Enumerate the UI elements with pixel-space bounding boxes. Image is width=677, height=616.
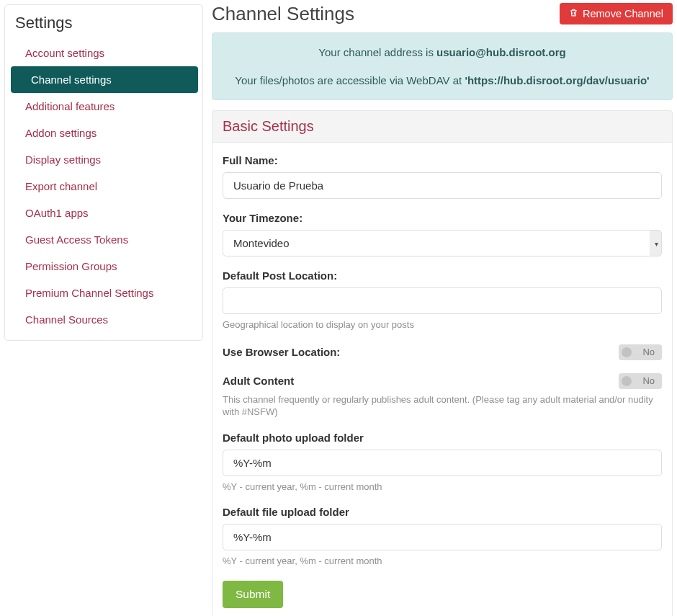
sidebar-title: Settings — [5, 5, 202, 40]
photo-folder-label: Default photo upload folder — [223, 432, 662, 444]
basic-settings-body: Full Name: Your Timezone: Montevideo ▾ D… — [212, 143, 673, 616]
adult-content-help: This channel frequently or regularly pub… — [223, 393, 662, 419]
sidebar-item-oauth1-apps[interactable]: OAuth1 apps — [5, 200, 202, 226]
sidebar-item-label[interactable]: OAuth1 apps — [5, 200, 202, 226]
sidebar-item-label[interactable]: Addon settings — [5, 120, 202, 146]
submit-button[interactable]: Submit — [223, 581, 283, 608]
sidebar-item-label[interactable]: Channel Sources — [5, 306, 202, 333]
timezone-label: Your Timezone: — [223, 212, 662, 224]
channel-info-box: Your channel address is usuario@hub.disr… — [212, 32, 673, 100]
browser-location-state: No — [642, 347, 655, 357]
settings-sidebar: Settings Account settingsChannel setting… — [4, 4, 203, 341]
sidebar-item-label[interactable]: Account settings — [5, 40, 202, 66]
sidebar-item-channel-sources[interactable]: Channel Sources — [5, 306, 202, 333]
post-location-help: Geographical location to display on your… — [223, 318, 662, 331]
file-folder-label: Default file upload folder — [223, 506, 662, 518]
toggle-knob — [622, 376, 632, 386]
sidebar-item-label[interactable]: Export channel — [5, 173, 202, 200]
remove-channel-label: Remove Channel — [583, 8, 663, 19]
adult-content-label: Adult Content — [223, 375, 294, 387]
webdav-url: 'https://hub.disroot.org/dav/usuario' — [465, 74, 649, 86]
file-folder-input[interactable] — [223, 524, 662, 550]
browser-location-toggle[interactable]: No — [619, 344, 662, 360]
sidebar-item-display-settings[interactable]: Display settings — [5, 146, 202, 173]
sidebar-item-export-channel[interactable]: Export channel — [5, 173, 202, 200]
sidebar-item-guest-access-tokens[interactable]: Guest Access Tokens — [5, 226, 202, 253]
sidebar-item-label[interactable]: Premium Channel Settings — [5, 280, 202, 306]
sidebar-item-premium-channel-settings[interactable]: Premium Channel Settings — [5, 280, 202, 306]
sidebar-item-label[interactable]: Guest Access Tokens — [5, 226, 202, 253]
photo-folder-help: %Y - current year, %m - current month — [223, 481, 662, 494]
post-location-label: Default Post Location: — [223, 269, 662, 282]
photo-folder-input[interactable] — [223, 450, 662, 476]
sidebar-item-account-settings[interactable]: Account settings — [5, 40, 202, 66]
sidebar-item-label[interactable]: Display settings — [5, 146, 202, 173]
trash-icon — [569, 8, 578, 19]
page-title: Channel Settings — [212, 3, 354, 25]
adult-content-state: No — [642, 375, 655, 386]
sidebar-item-label[interactable]: Permission Groups — [5, 253, 202, 280]
section-basic-settings: Basic Settings — [212, 110, 673, 143]
full-name-label: Full Name: — [223, 154, 662, 166]
toggle-knob — [622, 347, 632, 357]
sidebar-nav: Account settingsChannel settingsAddition… — [5, 40, 202, 340]
sidebar-item-channel-settings[interactable]: Channel settings — [5, 66, 202, 93]
sidebar-item-label[interactable]: Additional features — [5, 93, 202, 120]
timezone-select[interactable]: Montevideo — [223, 230, 662, 256]
sidebar-item-additional-features[interactable]: Additional features — [5, 93, 202, 120]
post-location-input[interactable] — [223, 287, 662, 314]
full-name-input[interactable] — [223, 172, 662, 199]
main-content: Channel Settings Remove Channel Your cha… — [207, 0, 677, 616]
remove-channel-button[interactable]: Remove Channel — [560, 3, 673, 24]
browser-location-label: Use Browser Location: — [223, 346, 340, 358]
sidebar-item-addon-settings[interactable]: Addon settings — [5, 120, 202, 146]
sidebar-item-label[interactable]: Channel settings — [11, 66, 198, 93]
channel-address: usuario@hub.disroot.org — [436, 46, 566, 58]
info-line1-text: Your channel address is — [318, 46, 436, 58]
adult-content-toggle[interactable]: No — [619, 373, 662, 389]
sidebar-item-permission-groups[interactable]: Permission Groups — [5, 253, 202, 280]
file-folder-help: %Y - current year, %m - current month — [223, 555, 662, 568]
info-line2-text: Your files/photos are accessible via Web… — [235, 74, 465, 86]
